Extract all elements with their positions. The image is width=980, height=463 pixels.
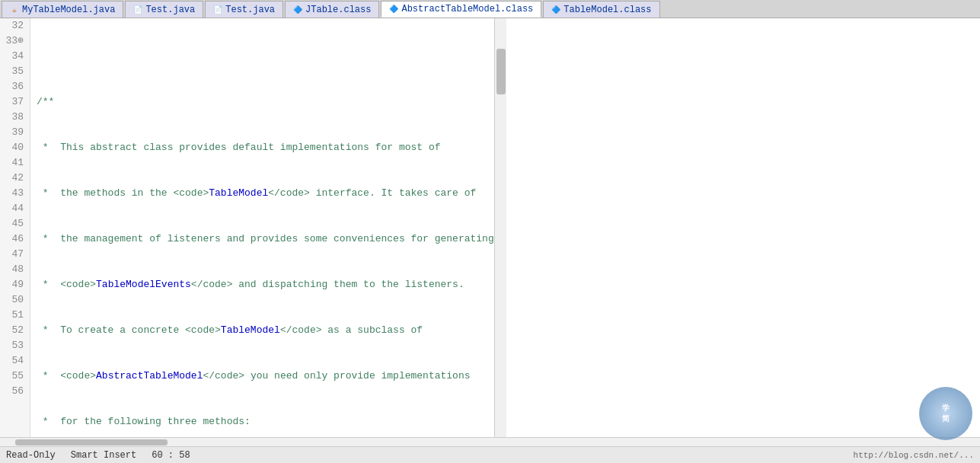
code-line-38: * To create a concrete <code>TableModel<… [37,323,494,338]
line-num-49: 49 [3,277,24,292]
scroll-thumb[interactable] [496,49,506,94]
tab-test2[interactable]: 📄 Test.java [205,1,283,18]
tab-bar: ☕ MyTableModel.java 📄 Test.java 📄 Test.j… [0,0,980,18]
line-numbers: 32 33⊕ 34 35 36 37 38 39 40 41 42 43 44 … [0,18,30,437]
tab-tablemodel[interactable]: 🔷 TableModel.class [543,1,659,18]
java-icon: ☕ [10,5,19,14]
line-num-56: 56 [3,384,24,399]
line-num-47: 47 [3,247,24,262]
line-num-45: 45 [3,216,24,232]
line-num-50: 50 [3,292,24,308]
class-icon: 🔷 [293,5,302,14]
code-line-33: /** [37,94,494,110]
status-url: http://blog.csdn.net/... [854,451,974,460]
java-icon: 📄 [133,5,142,14]
code-line-32 [37,49,494,64]
scrollbar-vertical[interactable] [494,18,506,437]
tab-label: JTable.class [305,5,371,15]
java-icon: 📄 [213,5,222,14]
tab-label: Test.java [145,5,195,15]
editor-area[interactable]: 32 33⊕ 34 35 36 37 38 39 40 41 42 43 44 … [0,18,980,437]
code-line-39: * <code>AbstractTableModel</code> you ne… [37,369,494,384]
tab-mytablemodel[interactable]: ☕ MyTableModel.java [2,1,123,18]
status-left: Read-Only Smart Insert 60 : 58 [6,450,190,461]
code-container: 32 33⊕ 34 35 36 37 38 39 40 41 42 43 44 … [0,18,494,437]
cursor-position: 60 : 58 [152,450,190,461]
code-line-40: * for the following three methods: [37,414,494,429]
line-num-55: 55 [3,369,24,384]
code-line-37: * <code>TableModelEvents</code> and disp… [37,277,494,292]
code-line-36: * the management of listeners and provid… [37,232,494,247]
line-num-39: 39 [3,125,24,140]
tab-abstracttablemodel[interactable]: 🔷 AbstractTableModel.class [381,1,541,18]
tab-jtable[interactable]: 🔷 JTable.class [285,1,379,18]
tab-label: AbstractTableModel.class [401,4,533,14]
tab-label: Test.java [225,5,275,15]
line-num-44: 44 [3,201,24,216]
readonly-status: Read-Only [6,450,56,461]
line-num-37: 37 [3,94,24,110]
line-num-51: 51 [3,308,24,323]
line-num-36: 36 [3,79,24,94]
tab-test1[interactable]: 📄 Test.java [125,1,203,18]
status-bar: Read-Only Smart Insert 60 : 58 http://bl… [0,446,980,463]
line-num-53: 53 [3,338,24,353]
line-num-33: 33⊕ [3,34,24,49]
line-num-40: 40 [3,140,24,155]
line-num-34: 34 [3,49,24,64]
code-line-34: * This abstract class provides default i… [37,140,494,155]
class-icon: 🔷 [551,5,560,14]
code-line-35: * the methods in the <code>TableModel</c… [37,186,494,201]
line-num-54: 54 [3,353,24,369]
class-icon: 🔷 [389,5,398,14]
tab-label: TableModel.class [563,5,651,15]
tab-label: MyTableModel.java [22,5,115,15]
scrollbar-horizontal[interactable] [0,437,980,446]
line-num-32: 32 [3,18,24,34]
line-num-38: 38 [3,110,24,125]
h-scroll-thumb[interactable] [15,439,168,445]
line-num-41: 41 [3,155,24,171]
line-num-35: 35 [3,64,24,79]
line-num-46: 46 [3,232,24,247]
line-num-43: 43 [3,186,24,201]
code-lines: /** * This abstract class provides defau… [30,18,494,437]
line-num-42: 42 [3,171,24,186]
line-num-48: 48 [3,262,24,277]
insert-mode-status: Smart Insert [71,450,136,461]
line-num-52: 52 [3,323,24,338]
